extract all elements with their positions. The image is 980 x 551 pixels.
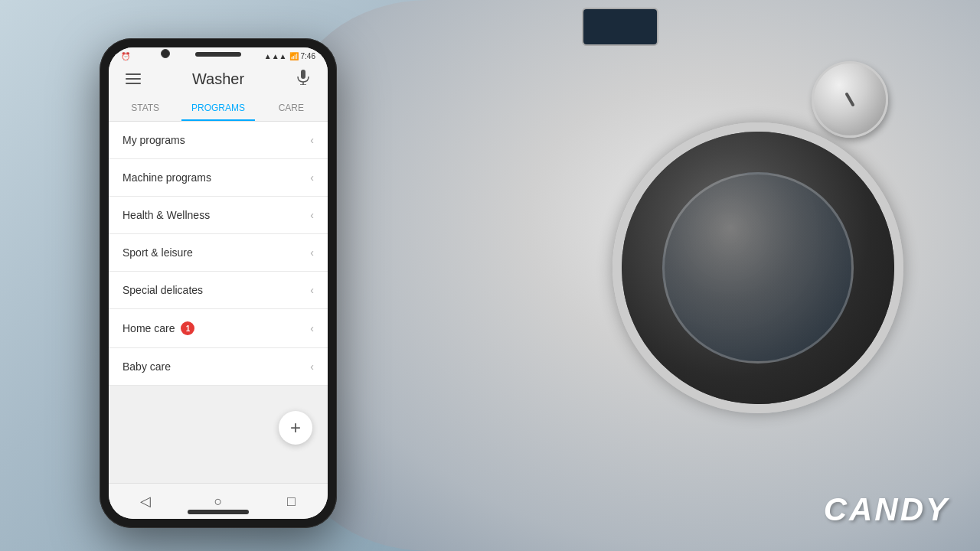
menu-list: My programs ‹ Machine programs ‹ xyxy=(109,122,328,386)
menu-item-baby-care[interactable]: Baby care ‹ xyxy=(109,348,328,386)
menu-item-sport-leisure[interactable]: Sport & leisure ‹ xyxy=(109,234,328,272)
svg-rect-0 xyxy=(126,73,141,75)
menu-item-home-care[interactable]: Home care 1 ‹ xyxy=(109,309,328,348)
tabs-bar: STATS PROGRAMS CARE xyxy=(109,95,328,122)
nav-recents-button[interactable]: □ xyxy=(276,494,306,510)
washer-drum-glass xyxy=(662,172,853,363)
nav-back-button[interactable]: ◁ xyxy=(130,493,161,510)
chevron-icon: ‹ xyxy=(310,246,314,259)
phone-device: ⏰ ▲▲▲ 📶 7:46 Washer xyxy=(100,38,337,528)
tab-care[interactable]: CARE xyxy=(255,95,328,121)
chevron-icon: ‹ xyxy=(310,360,314,373)
tab-programs[interactable]: PROGRAMS xyxy=(181,95,254,121)
nav-home-button[interactable]: ○ xyxy=(203,494,234,510)
tab-stats[interactable]: STATS xyxy=(109,95,181,121)
menu-icon[interactable] xyxy=(121,70,145,88)
status-time: 7:46 xyxy=(301,52,315,60)
washer-drum xyxy=(612,122,903,413)
washer-background xyxy=(291,0,980,551)
chevron-icon: ‹ xyxy=(310,284,314,296)
phone-screen: ⏰ ▲▲▲ 📶 7:46 Washer xyxy=(109,47,328,519)
app-title: Washer xyxy=(145,70,291,88)
washer-drum-inner xyxy=(622,132,894,404)
status-signal: 📶 xyxy=(289,52,299,60)
status-alarm: ⏰ xyxy=(121,52,130,60)
app-bar: Washer xyxy=(109,64,328,95)
phone-bottom-bar xyxy=(188,510,249,514)
status-wifi: ▲▲▲ xyxy=(264,52,287,60)
svg-rect-1 xyxy=(126,78,141,80)
washer-display xyxy=(582,8,658,46)
notification-badge: 1 xyxy=(181,321,194,335)
content-area: My programs ‹ Machine programs ‹ xyxy=(109,122,328,483)
chevron-icon: ‹ xyxy=(310,322,314,334)
menu-item-special-delicates[interactable]: Special delicates ‹ xyxy=(109,272,328,309)
washer-knob xyxy=(812,61,888,138)
phone-wrapper: ⏰ ▲▲▲ 📶 7:46 Washer xyxy=(100,38,337,536)
menu-item-my-programs[interactable]: My programs ‹ xyxy=(109,122,328,159)
candy-logo: CANDY xyxy=(824,491,949,528)
chevron-icon: ‹ xyxy=(310,209,314,221)
mic-icon[interactable] xyxy=(291,70,315,89)
svg-rect-2 xyxy=(126,83,141,84)
chevron-icon: ‹ xyxy=(310,134,314,146)
menu-item-machine-programs[interactable]: Machine programs ‹ xyxy=(109,159,328,197)
fab-add-button[interactable]: + xyxy=(279,411,312,445)
svg-rect-3 xyxy=(301,70,305,79)
status-icons: ▲▲▲ 📶 7:46 xyxy=(264,52,315,60)
phone-speaker xyxy=(195,52,241,57)
chevron-icon: ‹ xyxy=(310,171,314,184)
menu-item-health-wellness[interactable]: Health & Wellness ‹ xyxy=(109,197,328,234)
phone-camera xyxy=(161,49,170,58)
